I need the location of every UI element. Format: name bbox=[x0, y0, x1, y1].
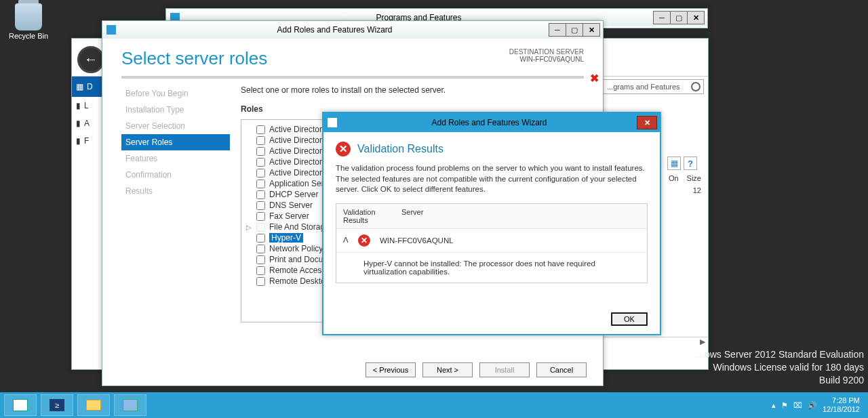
wizard-heading: Select server roles bbox=[121, 48, 267, 69]
watermark: ...ows Server 2012 Standard Evaluation W… bbox=[696, 348, 864, 387]
row-value: 12 bbox=[693, 186, 701, 194]
role-label: Remote Access bbox=[269, 266, 326, 275]
validation-title: Add Roles and Features Wizard bbox=[341, 118, 637, 127]
role-checkbox[interactable] bbox=[256, 201, 265, 210]
role-label: Active Directory bbox=[269, 125, 326, 134]
view-grid-icon[interactable]: ▦ bbox=[667, 156, 681, 170]
col-server: Server bbox=[401, 208, 423, 224]
role-checkbox[interactable] bbox=[256, 136, 265, 145]
search-icon bbox=[691, 82, 701, 91]
validation-results-dialog: Add Roles and Features Wizard ✕ ✕ Valida… bbox=[322, 112, 661, 335]
role-label: Remote Deskto bbox=[269, 276, 326, 286]
wizard-title: Add Roles and Features Wizard bbox=[120, 25, 549, 35]
maximize-button[interactable]: ▢ bbox=[670, 11, 688, 24]
role-checkbox[interactable] bbox=[256, 266, 265, 275]
ok-button[interactable]: OK bbox=[611, 312, 648, 326]
role-checkbox[interactable] bbox=[256, 147, 265, 156]
help-icon[interactable]: ? bbox=[684, 156, 697, 170]
role-checkbox[interactable] bbox=[256, 190, 265, 199]
validation-server: WIN-FFC0V6AQUNL bbox=[380, 236, 454, 245]
expand-icon: ▷ bbox=[245, 224, 252, 231]
role-checkbox[interactable] bbox=[256, 125, 265, 134]
taskbar-server-manager[interactable] bbox=[4, 394, 37, 416]
tray-chevron-icon[interactable]: ▴ bbox=[772, 401, 776, 410]
col-on: On bbox=[669, 174, 679, 182]
role-checkbox[interactable] bbox=[256, 245, 265, 253]
role-label: Active Directory bbox=[269, 146, 326, 156]
col-size: Size bbox=[687, 174, 701, 182]
taskbar-app[interactable] bbox=[114, 394, 146, 416]
role-label: Fax Server bbox=[269, 211, 309, 221]
install-button[interactable]: Install bbox=[479, 362, 530, 377]
close-button[interactable]: ✕ bbox=[687, 11, 705, 24]
recycle-bin-icon bbox=[15, 3, 42, 30]
wizard-step[interactable]: Before You Begin bbox=[121, 85, 230, 102]
minimize-button[interactable]: ─ bbox=[549, 23, 566, 37]
wizard-step[interactable]: Features bbox=[121, 150, 230, 167]
minimize-button[interactable]: ─ bbox=[653, 11, 671, 24]
wizard-steps: Before You BeginInstallation TypeServer … bbox=[121, 85, 230, 348]
role-checkbox[interactable] bbox=[256, 223, 265, 232]
close-button[interactable]: ✕ bbox=[583, 23, 600, 37]
role-checkbox[interactable] bbox=[256, 212, 265, 221]
taskbar-powershell[interactable]: ≥ bbox=[41, 394, 73, 416]
role-checkbox[interactable] bbox=[256, 169, 265, 177]
window-icon bbox=[328, 118, 337, 127]
role-checkbox[interactable] bbox=[256, 255, 265, 264]
wizard-step[interactable]: Installation Type bbox=[121, 102, 230, 118]
wizard-instruction: Select one or more roles to install on t… bbox=[241, 85, 584, 95]
role-label: Print and Docu bbox=[269, 255, 323, 264]
validation-message: The validation process found problems on… bbox=[336, 163, 648, 195]
recycle-bin[interactable]: Recycle Bin bbox=[8, 3, 49, 40]
role-label: Active Directory bbox=[269, 135, 326, 145]
role-label: DHCP Server bbox=[269, 190, 318, 199]
destination-label: DESTINATION SERVER bbox=[509, 48, 584, 56]
search-placeholder: ...grams and Features bbox=[607, 83, 680, 91]
search-box[interactable]: ...grams and Features bbox=[602, 79, 704, 94]
role-label: DNS Server bbox=[269, 201, 313, 210]
role-checkbox[interactable] bbox=[256, 158, 265, 167]
role-label: Active Directory bbox=[269, 157, 326, 167]
tray-network-icon[interactable]: ⌧ bbox=[793, 401, 802, 410]
window-icon bbox=[106, 25, 116, 35]
maximize-button[interactable]: ▢ bbox=[566, 23, 583, 37]
role-checkbox[interactable] bbox=[256, 234, 265, 243]
error-icon: ✕ bbox=[336, 142, 351, 156]
taskbar: ≥ ▴ ⚑ ⌧ 🔊 7:28 PM 12/18/2012 bbox=[0, 392, 868, 418]
validation-heading: Validation Results bbox=[357, 143, 443, 155]
tray-flag-icon[interactable]: ⚑ bbox=[781, 401, 788, 410]
role-label: Active Directory bbox=[269, 168, 326, 177]
error-x-icon: ✖ bbox=[590, 72, 599, 85]
wizard-step[interactable]: Server Roles bbox=[121, 134, 230, 150]
destination-server: WIN-FFC0V6AQUNL bbox=[509, 56, 584, 63]
role-label: Hyper-V bbox=[269, 233, 303, 243]
cancel-button[interactable]: Cancel bbox=[536, 362, 587, 377]
taskbar-clock[interactable]: 7:28 PM 12/18/2012 bbox=[823, 396, 864, 413]
role-label: Network Policy bbox=[269, 244, 323, 253]
tray-sound-icon[interactable]: 🔊 bbox=[808, 401, 817, 410]
role-checkbox[interactable] bbox=[256, 180, 265, 188]
back-button[interactable]: ← bbox=[77, 46, 104, 73]
col-validation-results: Validation Results bbox=[343, 208, 384, 224]
role-label: Application Ser bbox=[269, 179, 324, 188]
close-button[interactable]: ✕ bbox=[637, 116, 657, 129]
wizard-step[interactable]: Confirmation bbox=[121, 167, 230, 183]
wizard-step[interactable]: Results bbox=[121, 183, 230, 199]
wizard-step[interactable]: Server Selection bbox=[121, 118, 230, 134]
validation-row[interactable]: ᐱ ✕ WIN-FFC0V6AQUNL bbox=[336, 229, 647, 253]
recycle-bin-label: Recycle Bin bbox=[8, 32, 49, 40]
error-icon: ✕ bbox=[358, 234, 370, 247]
validation-table: Validation Results Server ᐱ ✕ WIN-FFC0V6… bbox=[336, 203, 648, 283]
chevron-up-icon: ᐱ bbox=[343, 236, 349, 245]
validation-detail: Hyper-V cannot be installed: The process… bbox=[336, 253, 647, 283]
previous-button[interactable]: < Previous bbox=[366, 362, 416, 377]
role-checkbox[interactable] bbox=[256, 277, 265, 286]
next-button[interactable]: Next > bbox=[422, 362, 473, 377]
taskbar-explorer[interactable] bbox=[77, 394, 110, 416]
role-label: File And Storag bbox=[269, 222, 325, 232]
